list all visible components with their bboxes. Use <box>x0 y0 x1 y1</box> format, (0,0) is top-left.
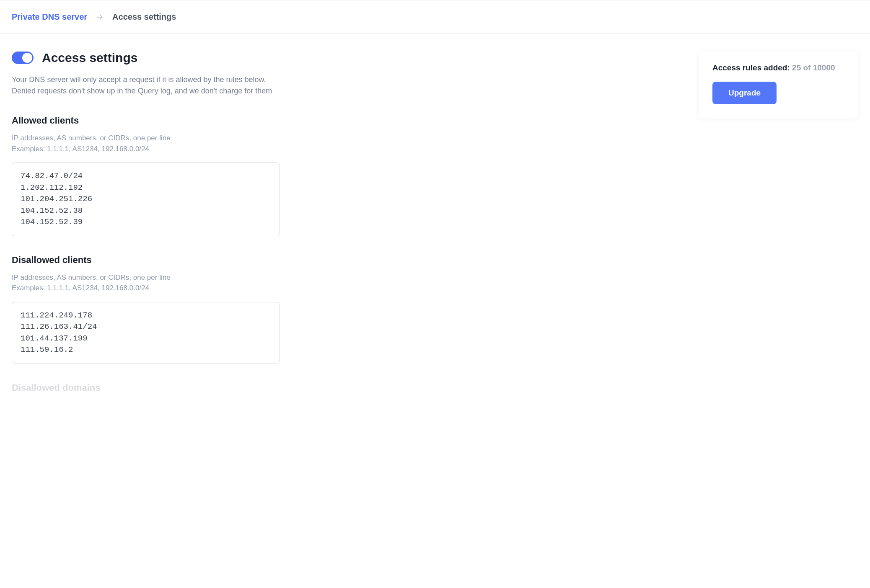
allowed-clients-input[interactable]: 74.82.47.0/24 1.202.112.192 101.204.251.… <box>12 162 280 236</box>
allowed-clients-section: Allowed clients IP addresses, AS numbers… <box>12 115 682 236</box>
disallowed-domains-title: Disallowed domains <box>12 382 682 393</box>
access-rules-count: 25 of 10000 <box>792 63 835 72</box>
access-settings-toggle[interactable] <box>12 52 34 64</box>
disallowed-clients-input[interactable]: 111.224.249.178 111.26.163.41/24 101.44.… <box>12 302 280 364</box>
allowed-clients-desc: IP addresses, AS numbers, or CIDRs, one … <box>12 133 682 154</box>
main-content: Access settings Your DNS server will onl… <box>12 51 682 400</box>
allowed-clients-title: Allowed clients <box>12 115 682 126</box>
disallowed-domains-section: Disallowed domains <box>12 382 682 393</box>
page-description: Your DNS server will only accept a reque… <box>12 74 682 97</box>
arrow-right-icon <box>96 13 104 21</box>
toggle-knob <box>22 53 32 63</box>
breadcrumb-root-link[interactable]: Private DNS server <box>12 12 87 22</box>
access-rules-box: Access rules added: 25 of 10000 Upgrade <box>699 51 858 119</box>
page-title: Access settings <box>42 51 137 65</box>
disallowed-clients-section: Disallowed clients IP addresses, AS numb… <box>12 255 682 364</box>
breadcrumb-current: Access settings <box>112 12 176 22</box>
disallowed-clients-title: Disallowed clients <box>12 255 682 266</box>
access-rules-label: Access rules added: <box>712 63 792 72</box>
access-rules-count-line: Access rules added: 25 of 10000 <box>712 63 845 72</box>
disallowed-clients-desc: IP addresses, AS numbers, or CIDRs, one … <box>12 272 682 294</box>
sidebar: Access rules added: 25 of 10000 Upgrade <box>699 51 858 119</box>
upgrade-button[interactable]: Upgrade <box>712 82 777 104</box>
breadcrumb: Private DNS server Access settings <box>0 0 870 34</box>
